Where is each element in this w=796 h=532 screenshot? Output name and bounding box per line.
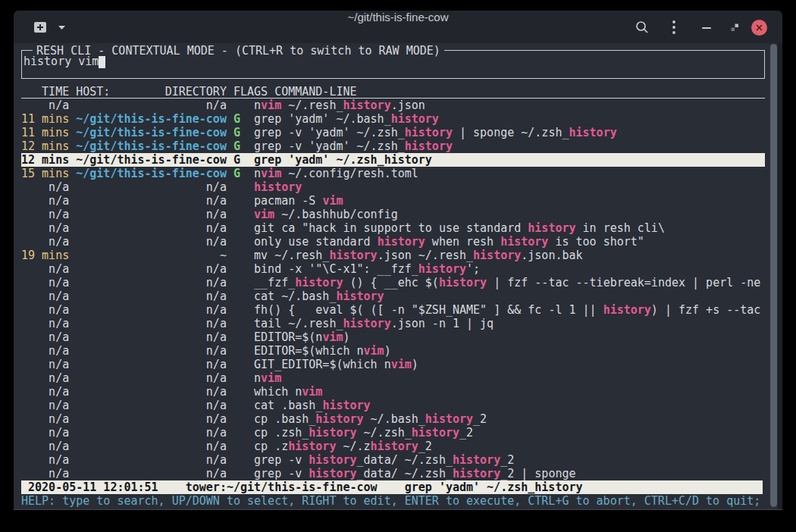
history-row: n/a n/a which nvim bbox=[21, 385, 765, 399]
history-row: 12 mins ~/git/this-is-fine-cow G grep -v… bbox=[21, 139, 765, 153]
history-row: n/a n/a fh() { eval $( ([ -n "$ZSH_NAME"… bbox=[21, 303, 765, 317]
history-row-selected: 12 mins ~/git/this-is-fine-cow G grep 'y… bbox=[21, 153, 765, 167]
minimize-icon bbox=[701, 22, 712, 33]
history-row: n/a n/a cat .bash_history bbox=[21, 399, 765, 412]
history-row: n/a n/a only use standard history when r… bbox=[21, 235, 765, 249]
history-table-header: TIME HOST: DIRECTORY FLAGS COMMAND-LINE bbox=[21, 85, 765, 99]
terminal-window: ~/git/this-is-fine-cow bbox=[14, 11, 782, 510]
history-row: n/a n/a tail ~/.resh_history.json -n 1 |… bbox=[21, 317, 765, 330]
history-row: n/a n/a nvim ~/.resh_history.json bbox=[21, 99, 765, 112]
history-row: n/a n/a cp .zsh_history ~/.zsh_history_2 bbox=[21, 426, 765, 440]
history-row: n/a n/a grep -v history_data/ ~/.zsh_his… bbox=[21, 453, 765, 467]
history-row: n/a n/a cp .bash_history ~/.bash_history… bbox=[21, 412, 765, 426]
history-row: n/a n/a history bbox=[21, 180, 765, 194]
history-row: n/a n/a cp .zhistory ~/.zhistory_2 bbox=[21, 440, 765, 453]
history-row: 15 mins ~/git/this-is-fine-cow G nvim ~/… bbox=[21, 167, 765, 180]
history-row: n/a n/a __fzf_history () { __ehc $(histo… bbox=[21, 276, 765, 289]
desktop: { "window": { "title": "~/git/this-is-fi… bbox=[0, 0, 796, 532]
search-icon bbox=[635, 20, 650, 35]
history-row: n/a n/a vim ~/.bashhub/config bbox=[21, 208, 765, 221]
restore-button[interactable] bbox=[726, 19, 743, 36]
menu-button[interactable] bbox=[666, 19, 682, 36]
text-cursor bbox=[99, 56, 105, 68]
history-row: 11 mins ~/git/this-is-fine-cow G grep 'y… bbox=[21, 112, 765, 126]
history-rows: n/a n/a nvim ~/.resh_history.json11 mins… bbox=[21, 99, 765, 480]
titlebar: ~/git/this-is-fine-cow bbox=[14, 11, 782, 43]
history-row: n/a n/a EDITOR=$(which nvim) bbox=[21, 344, 765, 358]
history-row: n/a n/a pacman -S vim bbox=[21, 194, 765, 208]
terminal-screen[interactable]: RESH CLI - CONTEXTUAL MODE - (CTRL+R to … bbox=[14, 43, 782, 510]
kebab-menu-icon bbox=[672, 20, 676, 35]
history-row: n/a n/a cat ~/.bash_history bbox=[21, 289, 765, 303]
close-icon bbox=[756, 24, 763, 31]
close-circle bbox=[751, 20, 767, 36]
scrollbar-gutter bbox=[778, 43, 782, 510]
history-row: n/a n/a EDITOR=$(nvim) bbox=[21, 330, 765, 344]
search-button[interactable] bbox=[634, 19, 650, 36]
close-button[interactable] bbox=[751, 19, 767, 36]
search-query-input[interactable]: history vim bbox=[24, 55, 105, 68]
minimize-button[interactable] bbox=[698, 19, 715, 36]
scrollbar-thumb[interactable] bbox=[770, 44, 777, 507]
history-row: 19 mins ~ mv ~/.resh_history.json ~/.res… bbox=[21, 249, 765, 262]
search-query-text: history vim bbox=[24, 55, 99, 68]
history-row: n/a n/a git ca "hack in support to use s… bbox=[21, 221, 765, 235]
history-row: 11 mins ~/git/this-is-fine-cow G grep -v… bbox=[21, 126, 765, 139]
history-row: n/a n/a nvim bbox=[21, 371, 765, 385]
status-bar: 2020-05-11 12:01:51 tower:~/git/this-is-… bbox=[21, 480, 763, 494]
history-row: n/a n/a GIT_EDITOR=$(which nvim) bbox=[21, 358, 765, 371]
history-row: n/a n/a bind -x '"\C-x1": __fzf_history'… bbox=[21, 262, 765, 276]
history-row: n/a n/a grep -v history_data/ ~/.zsh_his… bbox=[21, 467, 765, 480]
restore-icon bbox=[730, 23, 739, 32]
help-bar: HELP: type to search, UP/DOWN to select,… bbox=[21, 494, 760, 508]
resh-search-box: RESH CLI - CONTEXTUAL MODE - (CTRL+R to … bbox=[21, 50, 765, 79]
